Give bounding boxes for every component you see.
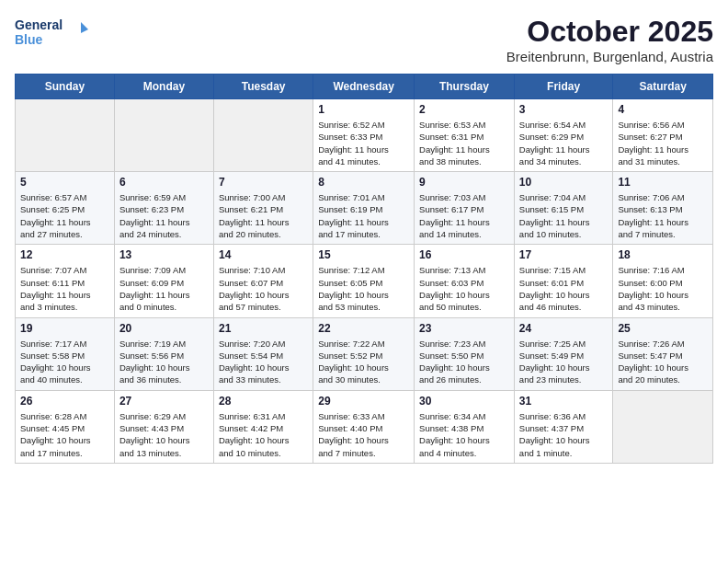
day-info: Sunrise: 7:01 AM Sunset: 6:19 PM Dayligh… (318, 191, 409, 240)
calendar-cell: 29Sunrise: 6:33 AM Sunset: 4:40 PM Dayli… (313, 390, 415, 463)
weekday-header-saturday: Saturday (613, 75, 713, 99)
calendar-cell: 15Sunrise: 7:12 AM Sunset: 6:05 PM Dayli… (313, 245, 415, 317)
calendar-cell: 9Sunrise: 7:03 AM Sunset: 6:17 PM Daylig… (415, 172, 515, 245)
day-info: Sunrise: 7:16 AM Sunset: 6:00 PM Dayligh… (618, 264, 708, 313)
calendar-cell: 5Sunrise: 6:57 AM Sunset: 6:25 PM Daylig… (16, 172, 115, 245)
day-info: Sunrise: 7:17 AM Sunset: 5:58 PM Dayligh… (20, 338, 109, 386)
day-info: Sunrise: 7:00 AM Sunset: 6:21 PM Dayligh… (219, 191, 308, 240)
page-header: General Blue October 2025 Breitenbrunn, … (15, 15, 713, 64)
day-info: Sunrise: 7:07 AM Sunset: 6:11 PM Dayligh… (20, 264, 109, 313)
day-info: Sunrise: 7:10 AM Sunset: 6:07 PM Dayligh… (219, 264, 308, 313)
day-number: 19 (20, 322, 109, 335)
day-number: 9 (419, 176, 509, 189)
day-number: 6 (119, 176, 209, 189)
day-number: 18 (618, 248, 708, 261)
logo: General Blue (15, 15, 88, 50)
calendar-cell (16, 99, 115, 172)
day-number: 30 (419, 395, 509, 408)
day-info: Sunrise: 7:19 AM Sunset: 5:56 PM Dayligh… (119, 338, 209, 386)
day-info: Sunrise: 6:36 AM Sunset: 4:37 PM Dayligh… (519, 410, 609, 459)
day-info: Sunrise: 7:06 AM Sunset: 6:13 PM Dayligh… (618, 191, 708, 240)
calendar-cell: 27Sunrise: 6:29 AM Sunset: 4:43 PM Dayli… (114, 390, 213, 463)
calendar-cell (613, 390, 713, 463)
day-info: Sunrise: 6:28 AM Sunset: 4:45 PM Dayligh… (20, 410, 109, 459)
calendar-cell: 14Sunrise: 7:10 AM Sunset: 6:07 PM Dayli… (213, 245, 313, 317)
day-info: Sunrise: 7:25 AM Sunset: 5:49 PM Dayligh… (519, 338, 609, 386)
weekday-header-tuesday: Tuesday (213, 75, 313, 99)
day-number: 5 (20, 176, 109, 189)
day-info: Sunrise: 7:20 AM Sunset: 5:54 PM Dayligh… (219, 338, 308, 386)
calendar-cell: 31Sunrise: 6:36 AM Sunset: 4:37 PM Dayli… (514, 390, 613, 463)
calendar-cell: 2Sunrise: 6:53 AM Sunset: 6:31 PM Daylig… (415, 99, 515, 172)
calendar-cell: 7Sunrise: 7:00 AM Sunset: 6:21 PM Daylig… (213, 172, 313, 245)
day-number: 26 (20, 395, 109, 408)
calendar-cell: 18Sunrise: 7:16 AM Sunset: 6:00 PM Dayli… (613, 245, 713, 317)
day-number: 14 (219, 248, 308, 261)
day-number: 31 (519, 395, 609, 408)
location-subtitle: Breitenbrunn, Burgenland, Austria (506, 49, 713, 64)
calendar-cell: 16Sunrise: 7:13 AM Sunset: 6:03 PM Dayli… (415, 245, 515, 317)
calendar-cell: 1Sunrise: 6:52 AM Sunset: 6:33 PM Daylig… (313, 99, 415, 172)
calendar-cell (114, 99, 213, 172)
day-number: 13 (119, 248, 209, 261)
calendar-cell: 25Sunrise: 7:26 AM Sunset: 5:47 PM Dayli… (613, 317, 713, 390)
day-info: Sunrise: 7:09 AM Sunset: 6:09 PM Dayligh… (119, 264, 209, 313)
title-block: October 2025 Breitenbrunn, Burgenland, A… (506, 15, 713, 64)
calendar-cell: 21Sunrise: 7:20 AM Sunset: 5:54 PM Dayli… (213, 317, 313, 390)
calendar-cell: 12Sunrise: 7:07 AM Sunset: 6:11 PM Dayli… (16, 245, 115, 317)
calendar-table: SundayMondayTuesdayWednesdayThursdayFrid… (15, 74, 713, 464)
day-info: Sunrise: 6:33 AM Sunset: 4:40 PM Dayligh… (318, 410, 409, 459)
calendar-cell: 26Sunrise: 6:28 AM Sunset: 4:45 PM Dayli… (16, 390, 115, 463)
logo-svg: General Blue (15, 15, 88, 50)
calendar-cell: 3Sunrise: 6:54 AM Sunset: 6:29 PM Daylig… (514, 99, 613, 172)
day-info: Sunrise: 7:12 AM Sunset: 6:05 PM Dayligh… (318, 264, 409, 313)
calendar-cell (213, 99, 313, 172)
weekday-header-thursday: Thursday (415, 75, 515, 99)
day-number: 23 (419, 322, 509, 335)
day-number: 7 (219, 176, 308, 189)
calendar-cell: 17Sunrise: 7:15 AM Sunset: 6:01 PM Dayli… (514, 245, 613, 317)
day-info: Sunrise: 7:22 AM Sunset: 5:52 PM Dayligh… (318, 338, 409, 386)
day-number: 15 (318, 248, 409, 261)
svg-text:General: General (15, 17, 63, 32)
day-number: 1 (318, 103, 409, 116)
day-number: 8 (318, 176, 409, 189)
day-number: 29 (318, 395, 409, 408)
weekday-header-monday: Monday (114, 75, 213, 99)
day-info: Sunrise: 7:04 AM Sunset: 6:15 PM Dayligh… (519, 191, 609, 240)
day-number: 3 (519, 103, 609, 116)
weekday-header-sunday: Sunday (16, 75, 115, 99)
day-info: Sunrise: 6:59 AM Sunset: 6:23 PM Dayligh… (119, 191, 209, 240)
day-info: Sunrise: 6:34 AM Sunset: 4:38 PM Dayligh… (419, 410, 509, 459)
calendar-cell: 8Sunrise: 7:01 AM Sunset: 6:19 PM Daylig… (313, 172, 415, 245)
day-number: 11 (618, 176, 708, 189)
calendar-cell: 28Sunrise: 6:31 AM Sunset: 4:42 PM Dayli… (213, 390, 313, 463)
day-number: 12 (20, 248, 109, 261)
calendar-cell: 4Sunrise: 6:56 AM Sunset: 6:27 PM Daylig… (613, 99, 713, 172)
calendar-cell: 23Sunrise: 7:23 AM Sunset: 5:50 PM Dayli… (415, 317, 515, 390)
calendar-cell: 22Sunrise: 7:22 AM Sunset: 5:52 PM Dayli… (313, 317, 415, 390)
weekday-header-wednesday: Wednesday (313, 75, 415, 99)
day-number: 27 (119, 395, 209, 408)
day-info: Sunrise: 7:03 AM Sunset: 6:17 PM Dayligh… (419, 191, 509, 240)
day-info: Sunrise: 6:56 AM Sunset: 6:27 PM Dayligh… (618, 119, 708, 167)
month-title: October 2025 (506, 15, 713, 49)
day-info: Sunrise: 6:31 AM Sunset: 4:42 PM Dayligh… (219, 410, 308, 459)
day-info: Sunrise: 7:13 AM Sunset: 6:03 PM Dayligh… (419, 264, 509, 313)
day-number: 24 (519, 322, 609, 335)
calendar-cell: 13Sunrise: 7:09 AM Sunset: 6:09 PM Dayli… (114, 245, 213, 317)
svg-marker-2 (81, 22, 88, 33)
calendar-cell: 10Sunrise: 7:04 AM Sunset: 6:15 PM Dayli… (514, 172, 613, 245)
calendar-cell: 24Sunrise: 7:25 AM Sunset: 5:49 PM Dayli… (514, 317, 613, 390)
day-number: 28 (219, 395, 308, 408)
day-number: 22 (318, 322, 409, 335)
day-number: 20 (119, 322, 209, 335)
day-number: 10 (519, 176, 609, 189)
calendar-cell: 30Sunrise: 6:34 AM Sunset: 4:38 PM Dayli… (415, 390, 515, 463)
day-info: Sunrise: 6:52 AM Sunset: 6:33 PM Dayligh… (318, 119, 409, 167)
day-info: Sunrise: 7:23 AM Sunset: 5:50 PM Dayligh… (419, 338, 509, 386)
day-info: Sunrise: 7:15 AM Sunset: 6:01 PM Dayligh… (519, 264, 609, 313)
day-number: 2 (419, 103, 509, 116)
day-number: 21 (219, 322, 308, 335)
calendar-cell: 11Sunrise: 7:06 AM Sunset: 6:13 PM Dayli… (613, 172, 713, 245)
